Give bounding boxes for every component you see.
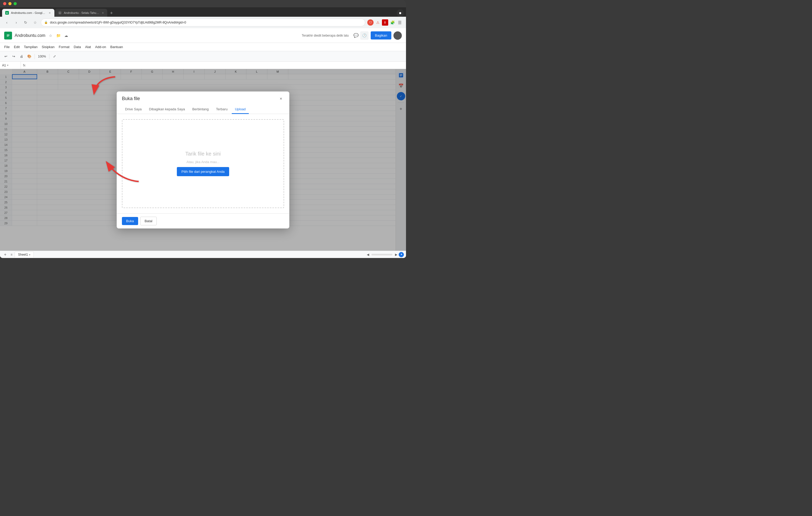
open-file-dialog: Buka file × Drive Saya Dibagikan kepada … bbox=[117, 91, 289, 229]
folder-icon[interactable]: 📁 bbox=[55, 32, 61, 39]
puzzle-icon[interactable]: 🧩 bbox=[389, 19, 396, 26]
explore-button[interactable]: ✦ bbox=[399, 252, 404, 257]
select-file-button[interactable]: Pilih file dari perangkat Anda bbox=[177, 167, 229, 176]
scroll-controls: ◀ ▶ bbox=[365, 252, 399, 257]
menu-icon[interactable]: ☰ bbox=[397, 19, 403, 26]
app-title: Androbuntu.com bbox=[14, 33, 45, 38]
redo-button[interactable]: ↪ bbox=[10, 53, 17, 60]
sheet-list-button[interactable]: ≡ bbox=[8, 251, 14, 258]
modal-header: Buka file × bbox=[117, 91, 289, 102]
upload-drop-zone[interactable]: Tarik file ke sini Atau, jika Anda mau..… bbox=[122, 119, 284, 208]
toolbar-separator-1 bbox=[34, 54, 35, 59]
svg-rect-2 bbox=[7, 35, 9, 36]
new-tab-button[interactable]: + bbox=[108, 9, 115, 17]
extensions-area: 🛡 ⚠ B 🧩 ☰ bbox=[367, 19, 403, 26]
bookmark-button[interactable]: ☆ bbox=[31, 19, 39, 26]
add-sheet-button[interactable]: + bbox=[2, 251, 8, 258]
reload-button[interactable]: ↻ bbox=[22, 19, 29, 26]
sheet-tab-dropdown[interactable]: ▾ bbox=[29, 253, 30, 256]
menu-bantuan[interactable]: Bantuan bbox=[108, 44, 125, 50]
menu-alat[interactable]: Alat bbox=[83, 44, 93, 50]
sheets-tab-icon: ■ bbox=[5, 11, 9, 14]
tab-androbuntu[interactable]: ∞ Androbuntu - Selalu Tahu Teknolo... ✕ bbox=[55, 9, 107, 17]
menu-bar: File Edit Tampilan Sisipkan Format Data … bbox=[0, 43, 406, 51]
history-status: Terakhir diedit beberapa detik lalu bbox=[302, 34, 349, 37]
horizontal-scrollbar[interactable] bbox=[372, 254, 393, 255]
formula-icon: fx bbox=[21, 63, 27, 67]
svg-rect-1 bbox=[7, 34, 9, 35]
share-label: Bagikan bbox=[375, 33, 387, 37]
user-avatar[interactable] bbox=[394, 31, 402, 40]
tab-upload[interactable]: Upload bbox=[232, 105, 249, 114]
sheet-tab-sheet1[interactable]: Sheet1 ▾ bbox=[14, 251, 34, 257]
tab-sheets[interactable]: ■ Androbuntu.com - Google Spre... ✕ bbox=[2, 9, 54, 17]
close-window-button[interactable] bbox=[3, 2, 6, 5]
modal-title: Buka file bbox=[122, 96, 140, 101]
title-bar bbox=[0, 0, 406, 7]
tab-drive-saya[interactable]: Drive Saya bbox=[122, 105, 145, 114]
title-action-icons: ☆ 📁 ☁ bbox=[47, 32, 69, 39]
browser-window: ■ Androbuntu.com - Google Spre... ✕ ∞ An… bbox=[0, 0, 406, 258]
history-button[interactable]: 🕐 bbox=[360, 31, 369, 40]
open-button[interactable]: Buka bbox=[122, 217, 138, 225]
tab-dibagikan[interactable]: Dibagikan kepada Saya bbox=[146, 105, 188, 114]
maximize-window-button[interactable] bbox=[13, 2, 17, 5]
zoom-level[interactable]: 100% bbox=[36, 55, 48, 58]
scroll-left-btn[interactable]: ◀ bbox=[365, 252, 370, 257]
paint-format-button[interactable]: 🎨 bbox=[26, 53, 33, 60]
menu-format[interactable]: Format bbox=[57, 44, 72, 50]
tab-androbuntu-label: Androbuntu - Selalu Tahu Teknolo... bbox=[64, 11, 99, 14]
svg-rect-3 bbox=[7, 36, 9, 37]
upload-drag-text: Tarik file ke sini bbox=[185, 151, 221, 157]
minimize-window-button[interactable] bbox=[8, 2, 11, 5]
modal-close-button[interactable]: × bbox=[278, 96, 284, 102]
sheets-header: Androbuntu.com ☆ 📁 ☁ Terakhir diedit beb… bbox=[0, 28, 406, 43]
tab-bar: ■ Androbuntu.com - Google Spre... ✕ ∞ An… bbox=[0, 7, 406, 17]
address-text: docs.google.com/spreadsheets/d/1jFr-8WI-… bbox=[50, 21, 186, 24]
androbuntu-tab-icon: ∞ bbox=[58, 11, 62, 14]
sheets-logo bbox=[4, 32, 12, 39]
cancel-button[interactable]: Batal bbox=[140, 217, 157, 225]
scroll-right-btn[interactable]: ▶ bbox=[394, 252, 399, 257]
menu-addon[interactable]: Add-on bbox=[93, 44, 108, 50]
nav-bar: ‹ › ↻ ☆ 🔒 docs.google.com/spreadsheets/d… bbox=[0, 17, 406, 28]
brave-icon[interactable]: B bbox=[382, 19, 388, 26]
menu-file[interactable]: File bbox=[2, 44, 12, 50]
expand-button[interactable]: ⤢ bbox=[51, 53, 58, 60]
bottom-bar: + ≡ Sheet1 ▾ ◀ ▶ ✦ bbox=[0, 251, 406, 258]
cloud-icon[interactable]: ☁ bbox=[63, 32, 69, 39]
back-button[interactable]: ‹ bbox=[3, 19, 10, 26]
toolbar-separator-2 bbox=[49, 54, 50, 59]
tab-berbintang[interactable]: Berbintang bbox=[189, 105, 212, 114]
sheets-app: Androbuntu.com ☆ 📁 ☁ Terakhir diedit beb… bbox=[0, 28, 406, 258]
menu-sisipkan[interactable]: Sisipkan bbox=[39, 44, 57, 50]
undo-button[interactable]: ↩ bbox=[2, 53, 9, 60]
toolbar: ↩ ↪ 🖨 🎨 100% ⤢ bbox=[0, 51, 406, 62]
comment-button[interactable]: 💬 bbox=[352, 31, 360, 40]
modal-body: Tarik file ke sini Atau, jika Anda mau..… bbox=[117, 114, 289, 213]
forward-button[interactable]: › bbox=[12, 19, 20, 26]
address-bar[interactable]: 🔒 docs.google.com/spreadsheets/d/1jFr-8W… bbox=[41, 19, 365, 26]
cell-ref-dropdown[interactable]: ▾ bbox=[7, 64, 8, 67]
print-button[interactable]: 🖨 bbox=[18, 53, 25, 60]
modal-footer: Buka Batal bbox=[117, 213, 289, 229]
brave-shield-icon[interactable]: 🛡 bbox=[367, 19, 374, 26]
share-button[interactable]: Bagikan bbox=[371, 31, 392, 39]
secure-icon: 🔒 bbox=[44, 21, 48, 24]
main-content: A B C D E F G H I J K L M 1 bbox=[0, 69, 406, 251]
tab-sheets-label: Androbuntu.com - Google Spre... bbox=[11, 11, 46, 14]
menu-edit[interactable]: Edit bbox=[12, 44, 22, 50]
cell-reference[interactable]: A1 ▾ bbox=[0, 62, 21, 69]
tab-androbuntu-close[interactable]: ✕ bbox=[101, 11, 104, 14]
browser-settings-icon[interactable]: ⏺ bbox=[397, 9, 404, 17]
star-icon[interactable]: ☆ bbox=[47, 32, 54, 39]
modal-tabs: Drive Saya Dibagikan kepada Saya Berbint… bbox=[117, 105, 289, 114]
formula-bar: A1 ▾ fx bbox=[0, 62, 406, 69]
tab-terbaru[interactable]: Terbaru bbox=[213, 105, 231, 114]
alert-icon[interactable]: ⚠ bbox=[375, 19, 381, 26]
upload-or-text: Atau, jika Anda mau... bbox=[186, 160, 220, 164]
menu-data[interactable]: Data bbox=[72, 44, 83, 50]
tab-sheets-close[interactable]: ✕ bbox=[48, 11, 51, 14]
menu-tampilan[interactable]: Tampilan bbox=[22, 44, 39, 50]
